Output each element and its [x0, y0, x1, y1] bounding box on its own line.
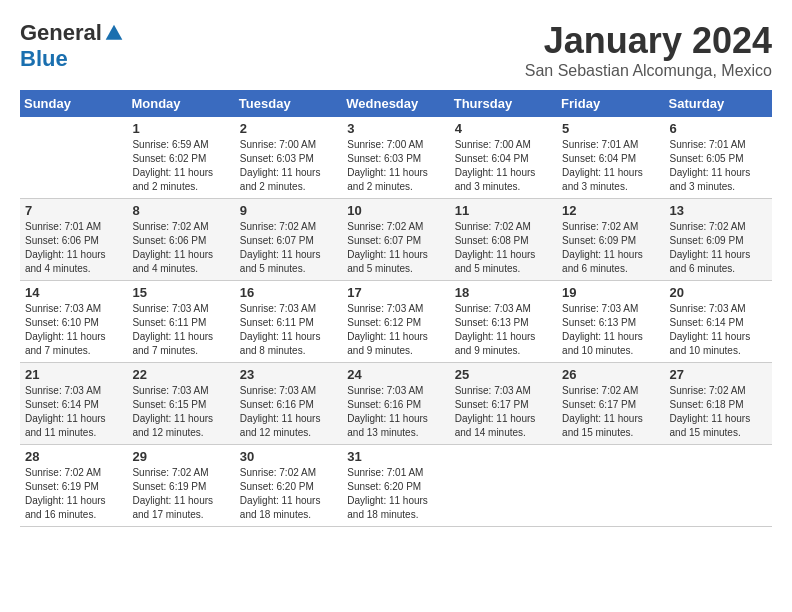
day-number: 11 — [455, 203, 552, 218]
calendar-cell — [450, 445, 557, 527]
day-number: 29 — [132, 449, 229, 464]
calendar-cell — [557, 445, 664, 527]
day-number: 31 — [347, 449, 444, 464]
day-info: Sunrise: 7:03 AM Sunset: 6:10 PM Dayligh… — [25, 302, 122, 358]
calendar-cell: 25Sunrise: 7:03 AM Sunset: 6:17 PM Dayli… — [450, 363, 557, 445]
logo-icon — [104, 23, 124, 43]
day-info: Sunrise: 7:00 AM Sunset: 6:04 PM Dayligh… — [455, 138, 552, 194]
calendar-cell: 5Sunrise: 7:01 AM Sunset: 6:04 PM Daylig… — [557, 117, 664, 199]
calendar-table: SundayMondayTuesdayWednesdayThursdayFrid… — [20, 90, 772, 527]
day-info: Sunrise: 7:02 AM Sunset: 6:18 PM Dayligh… — [670, 384, 767, 440]
calendar-cell: 21Sunrise: 7:03 AM Sunset: 6:14 PM Dayli… — [20, 363, 127, 445]
day-info: Sunrise: 7:02 AM Sunset: 6:09 PM Dayligh… — [670, 220, 767, 276]
day-info: Sunrise: 7:03 AM Sunset: 6:13 PM Dayligh… — [562, 302, 659, 358]
title-block: January 2024 San Sebastian Alcomunga, Me… — [525, 20, 772, 80]
calendar-cell: 20Sunrise: 7:03 AM Sunset: 6:14 PM Dayli… — [665, 281, 772, 363]
calendar-cell — [20, 117, 127, 199]
day-number: 6 — [670, 121, 767, 136]
day-number: 10 — [347, 203, 444, 218]
day-info: Sunrise: 7:02 AM Sunset: 6:07 PM Dayligh… — [347, 220, 444, 276]
header-row: SundayMondayTuesdayWednesdayThursdayFrid… — [20, 90, 772, 117]
calendar-cell: 30Sunrise: 7:02 AM Sunset: 6:20 PM Dayli… — [235, 445, 342, 527]
day-info: Sunrise: 7:03 AM Sunset: 6:14 PM Dayligh… — [670, 302, 767, 358]
day-number: 20 — [670, 285, 767, 300]
day-number: 17 — [347, 285, 444, 300]
calendar-cell: 27Sunrise: 7:02 AM Sunset: 6:18 PM Dayli… — [665, 363, 772, 445]
dow-header-thursday: Thursday — [450, 90, 557, 117]
location-title: San Sebastian Alcomunga, Mexico — [525, 62, 772, 80]
calendar-cell: 3Sunrise: 7:00 AM Sunset: 6:03 PM Daylig… — [342, 117, 449, 199]
calendar-cell: 10Sunrise: 7:02 AM Sunset: 6:07 PM Dayli… — [342, 199, 449, 281]
day-number: 8 — [132, 203, 229, 218]
week-row-4: 21Sunrise: 7:03 AM Sunset: 6:14 PM Dayli… — [20, 363, 772, 445]
day-number: 21 — [25, 367, 122, 382]
calendar-cell: 14Sunrise: 7:03 AM Sunset: 6:10 PM Dayli… — [20, 281, 127, 363]
day-number: 16 — [240, 285, 337, 300]
day-info: Sunrise: 6:59 AM Sunset: 6:02 PM Dayligh… — [132, 138, 229, 194]
day-number: 5 — [562, 121, 659, 136]
day-info: Sunrise: 7:03 AM Sunset: 6:15 PM Dayligh… — [132, 384, 229, 440]
day-number: 7 — [25, 203, 122, 218]
day-number: 19 — [562, 285, 659, 300]
calendar-cell: 16Sunrise: 7:03 AM Sunset: 6:11 PM Dayli… — [235, 281, 342, 363]
day-info: Sunrise: 7:01 AM Sunset: 6:05 PM Dayligh… — [670, 138, 767, 194]
day-number: 15 — [132, 285, 229, 300]
calendar-cell: 26Sunrise: 7:02 AM Sunset: 6:17 PM Dayli… — [557, 363, 664, 445]
day-info: Sunrise: 7:03 AM Sunset: 6:16 PM Dayligh… — [347, 384, 444, 440]
day-info: Sunrise: 7:02 AM Sunset: 6:19 PM Dayligh… — [132, 466, 229, 522]
day-info: Sunrise: 7:01 AM Sunset: 6:04 PM Dayligh… — [562, 138, 659, 194]
day-number: 18 — [455, 285, 552, 300]
calendar-cell: 18Sunrise: 7:03 AM Sunset: 6:13 PM Dayli… — [450, 281, 557, 363]
logo-general-text: General — [20, 20, 102, 46]
calendar-cell: 2Sunrise: 7:00 AM Sunset: 6:03 PM Daylig… — [235, 117, 342, 199]
day-info: Sunrise: 7:03 AM Sunset: 6:11 PM Dayligh… — [240, 302, 337, 358]
day-number: 3 — [347, 121, 444, 136]
month-title: January 2024 — [525, 20, 772, 62]
day-info: Sunrise: 7:02 AM Sunset: 6:09 PM Dayligh… — [562, 220, 659, 276]
day-number: 30 — [240, 449, 337, 464]
day-number: 14 — [25, 285, 122, 300]
dow-header-friday: Friday — [557, 90, 664, 117]
calendar-cell: 24Sunrise: 7:03 AM Sunset: 6:16 PM Dayli… — [342, 363, 449, 445]
week-row-2: 7Sunrise: 7:01 AM Sunset: 6:06 PM Daylig… — [20, 199, 772, 281]
dow-header-wednesday: Wednesday — [342, 90, 449, 117]
week-row-3: 14Sunrise: 7:03 AM Sunset: 6:10 PM Dayli… — [20, 281, 772, 363]
dow-header-monday: Monday — [127, 90, 234, 117]
day-info: Sunrise: 7:03 AM Sunset: 6:17 PM Dayligh… — [455, 384, 552, 440]
day-number: 25 — [455, 367, 552, 382]
day-info: Sunrise: 7:03 AM Sunset: 6:14 PM Dayligh… — [25, 384, 122, 440]
day-info: Sunrise: 7:03 AM Sunset: 6:11 PM Dayligh… — [132, 302, 229, 358]
calendar-cell: 11Sunrise: 7:02 AM Sunset: 6:08 PM Dayli… — [450, 199, 557, 281]
day-number: 23 — [240, 367, 337, 382]
day-number: 28 — [25, 449, 122, 464]
day-number: 27 — [670, 367, 767, 382]
calendar-cell: 28Sunrise: 7:02 AM Sunset: 6:19 PM Dayli… — [20, 445, 127, 527]
day-info: Sunrise: 7:01 AM Sunset: 6:20 PM Dayligh… — [347, 466, 444, 522]
dow-header-sunday: Sunday — [20, 90, 127, 117]
calendar-cell — [665, 445, 772, 527]
day-info: Sunrise: 7:02 AM Sunset: 6:06 PM Dayligh… — [132, 220, 229, 276]
day-number: 1 — [132, 121, 229, 136]
calendar-cell: 8Sunrise: 7:02 AM Sunset: 6:06 PM Daylig… — [127, 199, 234, 281]
day-info: Sunrise: 7:02 AM Sunset: 6:07 PM Dayligh… — [240, 220, 337, 276]
calendar-cell: 7Sunrise: 7:01 AM Sunset: 6:06 PM Daylig… — [20, 199, 127, 281]
day-number: 9 — [240, 203, 337, 218]
day-info: Sunrise: 7:01 AM Sunset: 6:06 PM Dayligh… — [25, 220, 122, 276]
calendar-cell: 12Sunrise: 7:02 AM Sunset: 6:09 PM Dayli… — [557, 199, 664, 281]
day-info: Sunrise: 7:02 AM Sunset: 6:19 PM Dayligh… — [25, 466, 122, 522]
logo: General Blue — [20, 20, 124, 72]
day-number: 26 — [562, 367, 659, 382]
calendar-cell: 15Sunrise: 7:03 AM Sunset: 6:11 PM Dayli… — [127, 281, 234, 363]
day-info: Sunrise: 7:02 AM Sunset: 6:20 PM Dayligh… — [240, 466, 337, 522]
calendar-cell: 4Sunrise: 7:00 AM Sunset: 6:04 PM Daylig… — [450, 117, 557, 199]
day-number: 12 — [562, 203, 659, 218]
dow-header-saturday: Saturday — [665, 90, 772, 117]
page-header: General Blue January 2024 San Sebastian … — [20, 20, 772, 80]
calendar-cell: 9Sunrise: 7:02 AM Sunset: 6:07 PM Daylig… — [235, 199, 342, 281]
day-info: Sunrise: 7:02 AM Sunset: 6:08 PM Dayligh… — [455, 220, 552, 276]
svg-marker-0 — [106, 25, 123, 40]
calendar-cell: 29Sunrise: 7:02 AM Sunset: 6:19 PM Dayli… — [127, 445, 234, 527]
calendar-cell: 13Sunrise: 7:02 AM Sunset: 6:09 PM Dayli… — [665, 199, 772, 281]
calendar-cell: 22Sunrise: 7:03 AM Sunset: 6:15 PM Dayli… — [127, 363, 234, 445]
day-number: 22 — [132, 367, 229, 382]
